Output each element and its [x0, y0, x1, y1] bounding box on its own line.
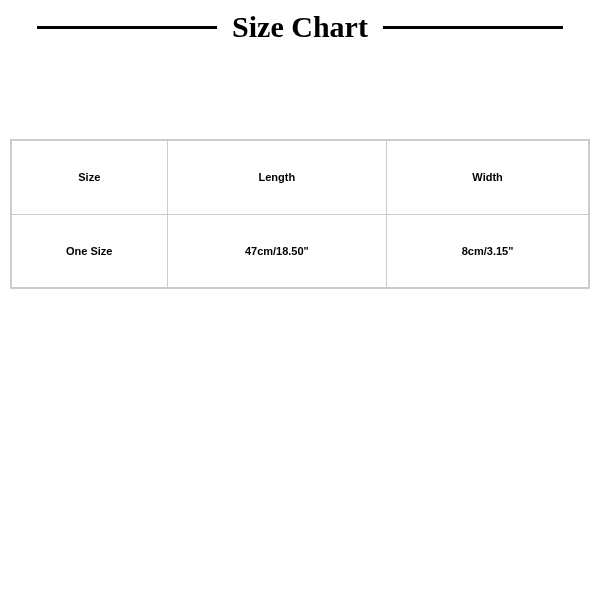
title-bar: Size Chart	[0, 0, 600, 44]
table-row: One Size 47cm/18.50" 8cm/3.15"	[11, 214, 589, 288]
table-header-size: Size	[11, 140, 167, 214]
cell-width: 8cm/3.15"	[387, 214, 589, 288]
table-header-row: Size Length Width	[11, 140, 589, 214]
table-header-width: Width	[387, 140, 589, 214]
table-header-length: Length	[167, 140, 387, 214]
cell-length: 47cm/18.50"	[167, 214, 387, 288]
size-chart-table: Size Length Width One Size 47cm/18.50" 8…	[10, 139, 590, 289]
cell-size: One Size	[11, 214, 167, 288]
size-chart-container: Size Length Width One Size 47cm/18.50" 8…	[0, 139, 600, 289]
page-title: Size Chart	[232, 10, 368, 44]
title-rule-left	[37, 26, 217, 29]
title-rule-right	[383, 26, 563, 29]
